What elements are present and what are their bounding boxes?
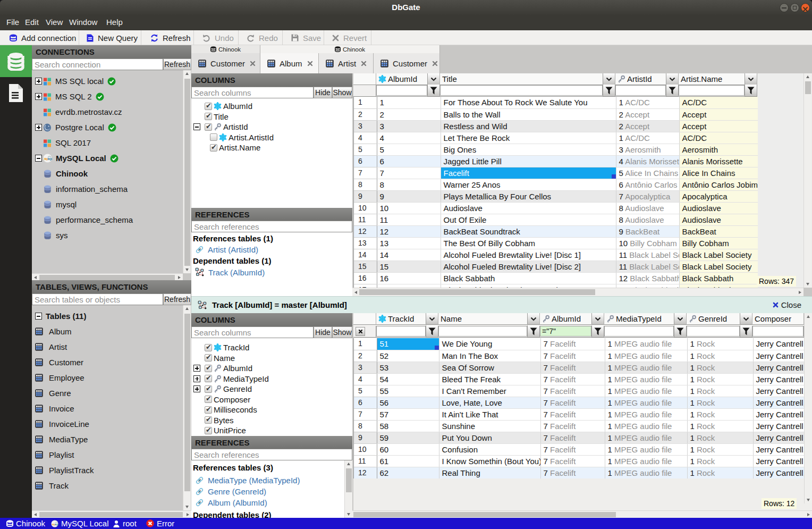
svg-text:SQL: SQL	[55, 523, 58, 525]
svg-text:SQL: SQL	[47, 157, 52, 161]
